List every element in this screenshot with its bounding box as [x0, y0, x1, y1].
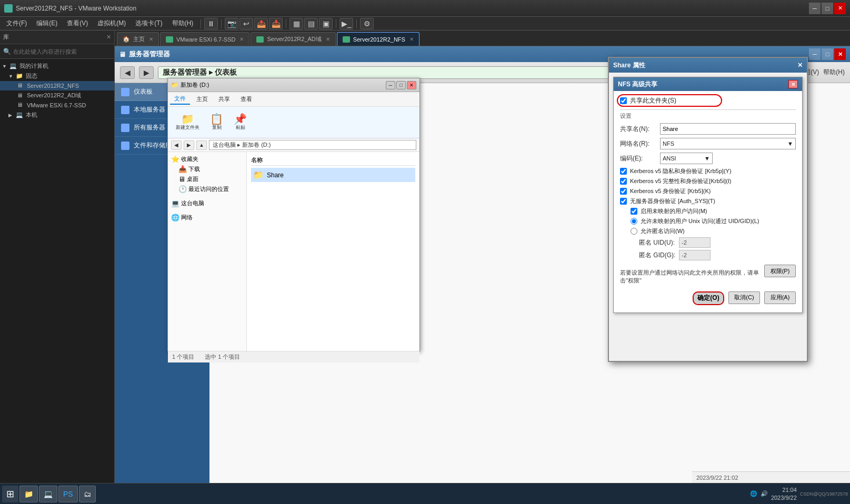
sidebar-item-ssd[interactable]: ▼ 📁 固态 — [0, 71, 114, 81]
sidebar-title: 库 — [3, 33, 9, 41]
fe-tab-home[interactable]: 主页 — [192, 94, 212, 104]
tab-esxi[interactable]: VMware ESXi 6.7-SSD ✕ — [160, 32, 249, 46]
menu-edit[interactable]: 编辑(E) — [32, 18, 62, 29]
fe-tree-downloads[interactable]: 📥 下载 — [170, 164, 244, 174]
tab-ad-close[interactable]: ✕ — [326, 36, 330, 42]
fe-tree-desktop[interactable]: 🖥 桌面 — [170, 174, 244, 184]
receive-button[interactable]: 📥 — [269, 18, 283, 29]
ribbon-paste-button[interactable]: 📌 粘贴 — [230, 112, 251, 133]
encoding-dropdown[interactable]: ANSI ▼ — [660, 153, 713, 164]
snapshot-button[interactable]: 📷 — [225, 18, 238, 29]
fe-back-button[interactable]: ◀ — [171, 140, 182, 150]
fe-tree-thispc[interactable]: 💻 这台电脑 — [170, 198, 244, 208]
menu-vm[interactable]: 虚拟机(M) — [93, 18, 130, 29]
taskbar-app-powershell[interactable]: PS — [58, 486, 78, 502]
sidebar-item-nfs[interactable]: 🖥 Server2012R2_NFS — [0, 81, 114, 90]
allow-anon-radio[interactable] — [631, 228, 637, 235]
file-explorer-ribbon: 📁 新建文件夹 📋 复制 📌 粘贴 — [168, 107, 419, 138]
minimize-button[interactable]: ─ — [809, 3, 821, 14]
sm-maximize-button[interactable]: □ — [822, 48, 833, 60]
tab-esxi-label: VMware ESXi 6.7-SSD — [176, 36, 235, 43]
fe-tab-share[interactable]: 共享 — [214, 94, 234, 104]
fe-address-bar[interactable]: 这台电脑 ▸ 新加卷 (D:) — [209, 140, 416, 150]
taskbar-app-files[interactable]: 🗂 — [79, 486, 96, 502]
send-button[interactable]: 📤 — [254, 18, 268, 29]
tree-label-ssd: 固态 — [26, 72, 37, 80]
console-button[interactable]: ▶_ — [339, 18, 353, 29]
enable-unmapped-checkbox[interactable] — [631, 208, 637, 215]
sidebar-item-mycomputer[interactable]: ▼ 💻 我的计算机 — [0, 61, 114, 71]
menu-help[interactable]: 帮助(H) — [168, 18, 198, 29]
file-explorer-statusbar: 1 个项目 选中 1 个项目 — [168, 351, 419, 362]
fe-file-share[interactable]: 📁 Share — [251, 168, 415, 182]
ribbon-copy-button[interactable]: 📋 复制 — [206, 112, 227, 133]
revert-button[interactable]: ↩ — [239, 18, 253, 29]
tab-esxi-close[interactable]: ✕ — [239, 36, 244, 42]
nfs-cancel-button[interactable]: 取消(C) — [728, 291, 760, 304]
network-name-dropdown[interactable]: NFS ▼ — [660, 138, 796, 149]
pause-button[interactable]: ⏸ — [204, 18, 218, 29]
taskbar-app-explorer[interactable]: 📁 — [19, 486, 38, 502]
sm-close-button[interactable]: ✕ — [834, 48, 846, 60]
tab-nfs-close[interactable]: ✕ — [409, 36, 414, 42]
sm-forward-button[interactable]: ▶ — [139, 66, 154, 79]
allow-unix-radio[interactable] — [631, 218, 637, 225]
menu-tabs[interactable]: 选项卡(T) — [131, 18, 166, 29]
start-button[interactable]: ⊞ — [2, 486, 18, 502]
fe-tree-favorites[interactable]: ⭐ 收藏夹 — [170, 154, 244, 164]
sp-close-button[interactable]: ✕ — [797, 62, 803, 69]
fe-tab-file[interactable]: 文件 — [170, 94, 190, 105]
folder-icon: 📁 — [16, 73, 24, 80]
view-btn-1[interactable]: ▦ — [289, 18, 303, 29]
taskbar-app-ie[interactable]: 💻 — [39, 486, 57, 502]
tab-home-close[interactable]: ✕ — [149, 36, 153, 42]
nfs-close-button[interactable]: ✕ — [788, 80, 798, 88]
sidebar-item-local[interactable]: ▶ 💻 本机 — [0, 110, 114, 120]
tab-home[interactable]: 🏠 主页 ✕ — [117, 32, 159, 46]
tab-ad-label: Server2012R2_AD域 — [267, 35, 321, 43]
sm-minimize-button[interactable]: ─ — [809, 48, 821, 60]
tab-nfs[interactable]: Server2012R2_NFS ✕ — [337, 32, 419, 46]
sidebar-close-button[interactable]: ✕ — [106, 34, 111, 41]
nfs-settings-section: 设置 — [620, 109, 796, 120]
search-input[interactable] — [13, 48, 111, 55]
fe-up-button[interactable]: ▲ — [196, 140, 207, 150]
fe-maximize-button[interactable]: □ — [396, 81, 406, 89]
menu-view[interactable]: 查看(V) — [63, 18, 92, 29]
fe-tree-network[interactable]: 🌐 网络 — [170, 213, 244, 223]
toolbar-separator-2 — [221, 19, 222, 28]
fe-forward-button[interactable]: ▶ — [184, 140, 194, 150]
permissions-button[interactable]: 权限(P) — [764, 265, 796, 277]
sm-action-help[interactable]: 帮助(H) — [823, 68, 845, 77]
file-explorer-toolbar: 文件 主页 共享 查看 — [168, 92, 419, 107]
kerberos-v5-integrity-checkbox[interactable] — [620, 178, 627, 185]
share-folder-checkbox[interactable] — [620, 97, 627, 104]
nfs-apply-button[interactable]: 应用(A) — [764, 291, 796, 304]
sidebar: 库 ✕ 🔍 ▼ 💻 我的计算机 ▼ 📁 固态 🖥 Server2012R2_NF… — [0, 31, 115, 504]
sm-sidebar-local-label: 本地服务器 — [134, 105, 165, 114]
view-btn-2[interactable]: ▤ — [304, 18, 318, 29]
share-name-input[interactable] — [660, 123, 796, 135]
view-btn-3[interactable]: ▣ — [319, 18, 333, 29]
close-button[interactable]: ✕ — [834, 3, 846, 14]
share-folder-icon: 📁 — [253, 170, 264, 180]
fe-tab-view[interactable]: 查看 — [236, 94, 256, 104]
kerberos-v5-auth-checkbox[interactable] — [620, 188, 627, 195]
fe-tree-recent[interactable]: 🕐 最近访问的位置 — [170, 184, 244, 194]
fe-minimize-button[interactable]: ─ — [386, 81, 395, 89]
settings-button[interactable]: ⚙ — [360, 18, 374, 29]
nfs-ok-button[interactable]: 确定(O) — [693, 291, 724, 305]
anon-uid-label: 匿名 UID(U): — [639, 238, 676, 247]
powershell-icon: PS — [63, 490, 73, 498]
sidebar-item-esxi[interactable]: 🖥 VMware ESXi 6.7-SSD — [0, 100, 114, 110]
menu-file[interactable]: 文件(F) — [2, 18, 31, 29]
kerberos-v5-privacy-checkbox[interactable] — [620, 168, 627, 175]
files-icon: 🗂 — [84, 490, 91, 498]
maximize-button[interactable]: □ — [822, 3, 833, 14]
ribbon-new-folder-button[interactable]: 📁 新建文件夹 — [172, 112, 203, 133]
sm-back-button[interactable]: ◀ — [120, 66, 135, 79]
tab-ad[interactable]: Server2012R2_AD域 ✕ — [251, 32, 335, 46]
sidebar-item-ad[interactable]: 🖥 Server2012R2_AD域 — [0, 90, 114, 100]
fe-close-button[interactable]: ✕ — [407, 81, 416, 89]
no-server-auth-checkbox[interactable] — [620, 198, 627, 205]
